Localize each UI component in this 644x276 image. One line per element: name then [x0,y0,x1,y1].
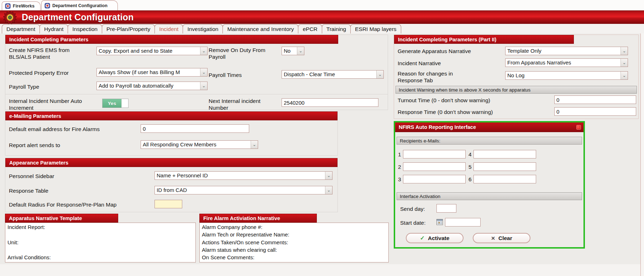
chevron-down-icon: ⌄ [621,47,628,55]
apparatus-narrative-header: Apparatus Narrative Template [5,214,118,223]
incident-completing-part2-group: Incident Completing Parameters (Part II)… [394,35,639,119]
tab-esri-map-layers[interactable]: ESRI Map layers [350,24,401,33]
turnout-time-input[interactable] [554,95,636,104]
send-day-input[interactable] [436,204,456,213]
generate-apparatus-dropdown[interactable]: Template Only ⌄ [505,47,628,55]
tab-department[interactable]: Department [2,24,40,33]
section-header: e-Mailing Parameters [5,111,337,120]
window-bottom-strip [0,264,641,276]
tab-epcr[interactable]: ePCR [298,24,322,33]
default-radius-input[interactable] [155,200,182,208]
payroll-type-dropdown[interactable]: Add to Payroll tab automatically ⌄ [96,82,208,90]
interface-activation-subheader: Interface Activation [397,192,582,200]
payroll-type-label: Payroll Type [9,83,94,90]
recipient-number: 5 [468,164,472,170]
start-date-label: Start date: [400,219,426,226]
chevron-down-icon: ⌄ [376,71,383,78]
chevron-down-icon: ⌄ [200,82,207,90]
tab-pre-plan-property[interactable]: Pre-Plan/Property [102,24,155,33]
recipient-number: 3 [398,176,401,183]
chevron-down-icon: ⌄ [200,68,207,76]
tab-hydrant[interactable]: Hydrant [40,24,68,33]
nfirs-section-header: NFIRS Auto Reporting Interface [395,123,583,132]
divider [5,94,388,94]
chevron-down-icon: ⌄ [297,47,304,55]
nfirs-close-button[interactable] [576,125,581,130]
response-table-label: Response Table [9,187,144,194]
default-email-input[interactable] [141,124,249,133]
default-radius-label: Default Radius For Response/Pre-Plan Map [9,201,150,208]
chevron-down-icon: ⌄ [325,172,332,179]
create-nfirs-dropdown[interactable]: Copy. Export and send to State ⌄ [96,47,208,55]
window-tab-fireworks[interactable]: FireWorks [2,1,41,10]
incident-settings-panel: Incident Completing Parameters Create NF… [0,33,641,264]
report-alert-dropdown[interactable]: All Responding Crew Members ⌄ [141,140,258,149]
tab-incident[interactable]: Incident [155,24,183,33]
window-tab-strip: FireWorks Department Configuration [0,0,644,10]
auto-increment-label: Internal Incident Number Auto Increment [9,98,93,111]
response-time-input[interactable] [554,107,636,116]
protected-property-label: Protected Property Error [9,69,94,76]
generate-apparatus-label: Generate Apparatus Narrative [398,48,501,54]
payroll-times-dropdown[interactable]: Dispatch - Clear Time ⌄ [282,70,384,79]
recipient-email-6-input[interactable] [473,175,536,183]
toggle-knob [121,99,128,108]
calendar-icon[interactable] [436,219,443,225]
fire-alarm-narrative-header: Fire Alarm Activiation Narrative [199,214,317,223]
fire-department-seal-icon [3,11,17,24]
tab-maintenance-inventory[interactable]: Maintenance and Inventory [222,24,298,33]
activate-button[interactable]: ✓ Activate [406,233,464,243]
reason-changes-label: Reason for changes in Response Tab [398,70,476,84]
tab-inspection[interactable]: Inspection [68,24,102,33]
recipient-email-5-input[interactable] [473,162,536,171]
response-table-dropdown[interactable]: ID from CAD ⌄ [155,186,333,194]
window-tab-label: FireWorks [13,4,35,9]
tab-investigation[interactable]: Investigation [183,24,223,33]
incident-completing-parameters-group: Incident Completing Parameters Create NF… [5,35,388,110]
recipients-subheader: Recipients e-Mails: [397,137,582,145]
fire-alarm-narrative-textarea[interactable]: Alarm Company phone #: Alarm Tech or Rep… [199,223,389,262]
send-day-label: Send day: [400,205,425,212]
report-alert-label: Report alert sends to [9,142,130,149]
apparatus-narrative-textarea[interactable]: Incident Report: Unit: Arrival Condition… [5,223,196,262]
recipient-number: 2 [398,164,401,170]
auto-increment-toggle[interactable]: Yes [102,99,129,108]
remove-on-duty-dropdown[interactable]: No ⌄ [282,47,304,55]
chevron-down-icon: ⌄ [200,47,207,55]
recipient-email-2-input[interactable] [403,162,466,171]
window-tab-department-configuration[interactable]: Department Configuration [41,0,118,10]
check-icon: ✓ [420,235,425,241]
start-date-input[interactable] [445,218,481,226]
window-tab-label: Department Configuration [52,3,108,8]
department-configuration-window: FireWorks Department Configuration Depar… [0,0,644,276]
nav-tab-strip: Department Hydrant Inspection Pre-Plan/P… [0,24,644,33]
title-bar: Department Configuration [0,10,644,24]
clear-button[interactable]: ✕ Clear [473,233,530,243]
recipient-email-1-input[interactable] [403,150,466,158]
emailing-parameters-group: e-Mailing Parameters Default email addre… [5,111,338,156]
section-header: Incident Completing Parameters [5,35,338,44]
nfirs-auto-reporting-panel: NFIRS Auto Reporting Interface Recipient… [394,121,585,249]
personnel-sidebar-dropdown[interactable]: Name + Personnel ID ⌄ [155,171,333,180]
recipient-number: 1 [398,151,401,158]
recipient-email-4-input[interactable] [473,150,536,158]
next-incident-number-input[interactable] [282,98,378,107]
response-time-label: Response Time (0 don't show warning) [398,109,551,115]
incident-narrative-dropdown[interactable]: From Apparatus Narratives ⌄ [505,58,628,67]
section-header: Incident Completing Parameters (Part II) [394,35,574,44]
recipient-email-3-input[interactable] [403,175,466,183]
appearance-parameters-group: Appearance Parameters Personnel Sidebar … [5,158,338,212]
fireworks-badge-icon [5,3,11,9]
x-icon: ✕ [491,235,495,241]
recipient-number: 6 [468,176,472,183]
recipient-number: 4 [468,151,472,158]
tab-training[interactable]: Training [322,24,351,33]
chevron-down-icon: ⌄ [621,72,628,79]
protected-property-dropdown[interactable]: Always Show (if user has Billing M ⌄ [96,68,208,77]
incident-narrative-label: Incident Narrative [398,60,501,67]
reason-changes-dropdown[interactable]: No Log ⌄ [505,71,628,80]
remove-on-duty-label: Remove On Duty From Payroll [209,47,273,61]
create-nfirs-label: Create NFIRS EMS from BLS/ALS Patient [9,47,93,61]
chevron-down-icon: ⌄ [251,141,258,149]
incident-warning-subheader: Incident Warning when time is above X se… [396,86,637,94]
